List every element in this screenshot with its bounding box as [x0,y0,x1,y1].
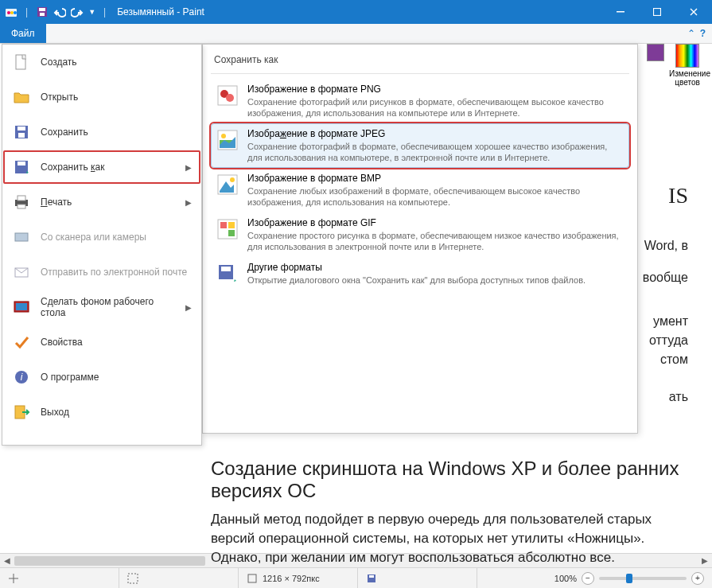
disk-icon [366,573,377,584]
color-group: Изменение цветов [647,44,706,87]
save-as-png[interactable]: Изображение в формате PNG Сохранение фот… [211,79,629,123]
new-file-icon [12,53,31,72]
content-fragment: ать [669,390,688,404]
scroll-left-icon[interactable]: ◀ [0,555,14,567]
zoom-control: 100% − + [547,572,712,585]
content-fragment: стом [660,352,688,367]
save-as-other[interactable]: Другие форматы Открытие диалогового окна… [211,257,629,290]
menu-about[interactable]: i О программе [2,360,201,395]
status-cursor [0,568,119,588]
file-tab[interactable]: Файл [0,24,46,43]
content-fragment: оттуда [649,333,688,348]
item-title: Изображение в формате PNG [247,84,624,95]
edit-colors-label: Изменение цветов [669,69,706,87]
menu-new[interactable]: Создать [2,45,201,80]
info-icon: i [12,368,31,387]
gif-icon [216,217,239,241]
menu-set-wallpaper[interactable]: Сделать фоном рабочего стола ▶ [2,290,201,325]
menu-label: Со сканера или камеры [41,232,146,243]
ribbon-tabs: Файл ⌃ ? [0,24,712,44]
file-menu: Создать Открыть Сохранить Сохранить как … [2,44,202,446]
menu-label: Выход [41,407,69,418]
item-title: Изображение в формате JPEG [247,128,624,139]
ribbon-collapse-icon[interactable]: ⌃ [687,28,695,39]
open-folder-icon [12,88,31,107]
zoom-out-button[interactable]: − [582,572,594,585]
svg-rect-39 [128,574,138,583]
item-description: Сохранение фотографий в формате, обеспеч… [247,141,624,163]
menu-label: Свойства [41,337,83,348]
menu-send-email: Отправить по электронной почте [2,255,201,290]
menu-from-scanner: Со сканера или камеры [2,220,201,255]
menu-label: Сделать фоном рабочего стола [41,296,176,318]
redo-icon[interactable] [71,6,84,18]
qa-dropdown-icon[interactable]: ▼ [88,8,95,16]
png-icon [216,84,239,107]
menu-label: Отправить по электронной почте [41,267,187,278]
size-icon [247,573,258,584]
svg-rect-18 [15,233,28,241]
wallpaper-icon [12,298,31,317]
svg-rect-14 [18,162,25,165]
scroll-thumb[interactable] [14,556,205,566]
menu-label: Печать [41,197,72,208]
help-icon[interactable]: ? [700,28,706,39]
zoom-thumb[interactable] [626,574,632,583]
app-icon [5,6,18,18]
maximize-button[interactable] [639,0,675,24]
menu-label: Открыть [41,92,78,103]
menu-save[interactable]: Сохранить [2,115,201,150]
svg-point-1 [7,11,10,14]
zoom-slider[interactable] [599,577,687,580]
svg-rect-38 [221,267,231,271]
rainbow-icon [675,44,699,68]
svg-rect-34 [220,222,227,228]
menu-print[interactable]: Печать ▶ [2,185,201,220]
save-as-gif[interactable]: Изображение в формате GIF Сохранение про… [211,212,629,257]
item-description: Открытие диалогового окна "Сохранить как… [247,275,586,286]
zoom-in-button[interactable]: + [691,572,704,585]
save-icon[interactable] [36,6,49,18]
selection-icon [127,573,138,584]
svg-rect-42 [369,575,374,578]
save-as-jpeg[interactable]: Изображение в формате JPEG Сохранение фо… [211,123,629,168]
scroll-right-icon[interactable]: ▶ [698,555,712,567]
bmp-icon [216,173,239,197]
svg-rect-40 [248,574,256,582]
content-fragment: Word, в [644,239,688,253]
svg-rect-36 [228,222,235,228]
menu-properties[interactable]: Свойства [2,325,201,360]
content-heading: Создание скриншота на Windows XP и более… [211,458,696,502]
item-description: Сохранение любых изображений в формате, … [247,185,624,208]
edit-colors-button[interactable]: Изменение цветов [669,44,706,87]
menu-save-as[interactable]: Сохранить как ▶ [2,150,201,185]
submenu-title: Сохранить как [211,51,629,74]
svg-point-2 [10,11,14,14]
item-title: Изображение в формате BMP [247,173,624,184]
close-button[interactable] [675,0,712,24]
window-title: Безымянный - Paint [117,6,204,18]
exit-icon [12,403,31,422]
minimize-button[interactable] [602,0,639,24]
menu-open[interactable]: Открыть [2,80,201,115]
save-as-bmp[interactable]: Изображение в формате BMP Сохранение люб… [211,168,629,212]
menu-label: Сохранить [41,127,88,138]
svg-rect-12 [18,133,25,138]
menu-exit[interactable]: Выход [2,395,201,430]
jpeg-icon [216,128,239,152]
checkmark-icon [12,333,31,352]
svg-rect-35 [228,230,235,236]
undo-icon[interactable] [53,6,66,18]
save-as-submenu: Сохранить как Изображение в формате PNG … [202,44,638,434]
svg-point-27 [226,94,234,102]
other-formats-icon [216,262,239,286]
menu-label: О программе [41,372,99,383]
svg-text:i: i [21,372,23,383]
color-swatch[interactable] [647,44,664,61]
content-fragment: умент [653,314,688,329]
svg-rect-8 [654,9,661,16]
item-description: Сохранение простого рисунка в формате, о… [247,230,624,252]
svg-point-32 [230,177,235,182]
menu-label: Сохранить как [41,162,104,173]
save-icon [12,123,31,142]
